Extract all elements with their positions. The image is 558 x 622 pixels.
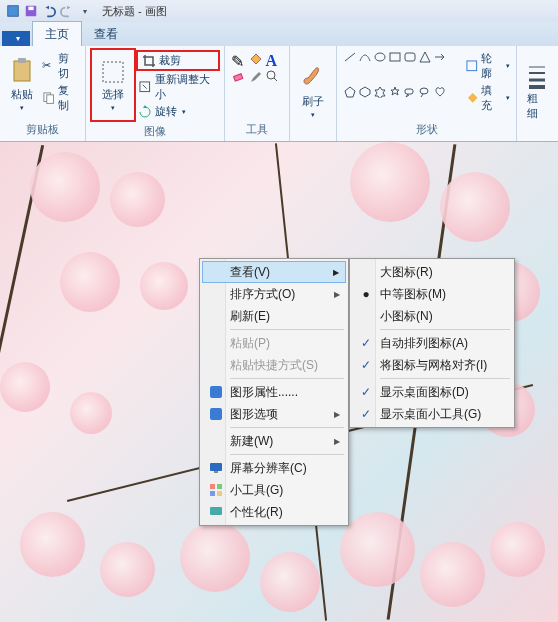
- svg-rect-29: [210, 507, 222, 515]
- shape-outline-button[interactable]: 轮廓▾: [463, 50, 512, 82]
- tools-group-label: 工具: [229, 120, 285, 139]
- svg-rect-13: [405, 53, 415, 61]
- ctx-paste-shortcut: 粘贴快捷方式(S): [202, 354, 346, 376]
- pencil-icon[interactable]: ✎: [231, 52, 245, 66]
- svg-rect-2: [28, 7, 33, 11]
- group-brush: 刷子 ▾: [290, 46, 337, 141]
- ctx-gfx-opts[interactable]: 图形选项: [202, 403, 346, 425]
- ctx-resolution[interactable]: 屏幕分辨率(C): [202, 457, 346, 479]
- crop-icon: [142, 54, 156, 68]
- shapes-group-label: 形状: [341, 120, 511, 139]
- resize-icon: [138, 80, 152, 94]
- svg-rect-7: [103, 62, 123, 82]
- brush-button[interactable]: 刷子 ▾: [294, 48, 332, 135]
- context-menu-desktop: 查看(V) 排序方式(O) 刷新(E) 粘贴(P) 粘贴快捷方式(S) 图形属性…: [199, 258, 349, 526]
- window-title: 无标题 - 画图: [102, 4, 167, 19]
- check-icon: ✓: [358, 406, 374, 422]
- resize-button[interactable]: 重新调整大小: [136, 71, 220, 103]
- ctx-medium-icons[interactable]: ●中等图标(M): [352, 283, 512, 305]
- brush-label: 刷子: [302, 94, 324, 109]
- ctx-new[interactable]: 新建(W): [202, 430, 346, 452]
- svg-rect-24: [214, 471, 218, 473]
- ctx-auto-arrange[interactable]: ✓自动排列图标(A): [352, 332, 512, 354]
- group-clipboard: 粘贴 ▾ ✂剪切 复制 剪贴板: [0, 46, 86, 141]
- ctx-gfx-props[interactable]: 图形属性......: [202, 381, 346, 403]
- svg-rect-6: [47, 95, 54, 104]
- radio-dot-icon: ●: [358, 286, 374, 302]
- svg-rect-27: [210, 491, 215, 496]
- ctx-sort[interactable]: 排序方式(O): [202, 283, 346, 305]
- fill-icon[interactable]: [248, 52, 262, 66]
- check-icon: ✓: [358, 384, 374, 400]
- group-size: 粗细: [517, 46, 558, 141]
- magnifier-icon[interactable]: [265, 69, 279, 83]
- gadgets-icon: [208, 482, 224, 498]
- eraser-icon[interactable]: [231, 69, 245, 83]
- gfx-props-icon: [208, 384, 224, 400]
- ctx-small-icons[interactable]: 小图标(N): [352, 305, 512, 327]
- app-icon: [6, 4, 20, 18]
- personalize-icon: [208, 504, 224, 520]
- gfx-opts-icon: [208, 406, 224, 422]
- fill-bucket-icon: [465, 91, 479, 105]
- paste-label: 粘贴: [11, 87, 33, 102]
- image-group-label: 图像: [90, 122, 220, 141]
- svg-rect-0: [8, 6, 19, 17]
- tab-home[interactable]: 主页: [32, 21, 82, 46]
- svg-point-11: [375, 53, 385, 61]
- shape-fill-button[interactable]: 填充▾: [463, 82, 512, 114]
- svg-point-10: [267, 71, 275, 79]
- check-icon: ✓: [358, 357, 374, 373]
- svg-rect-14: [405, 89, 413, 94]
- ctx-show-gadgets[interactable]: ✓显示桌面小工具(G): [352, 403, 512, 425]
- ctx-align-grid[interactable]: ✓将图标与网格对齐(I): [352, 354, 512, 376]
- ribbon-tabs: 主页 查看: [0, 22, 558, 46]
- save-icon[interactable]: [24, 4, 38, 18]
- paste-button[interactable]: 粘贴 ▾: [4, 48, 40, 120]
- redo-icon[interactable]: [60, 4, 74, 18]
- svg-rect-21: [210, 386, 222, 398]
- ctx-personalize[interactable]: 个性化(R): [202, 501, 346, 523]
- svg-rect-26: [217, 484, 222, 489]
- svg-rect-9: [234, 74, 243, 81]
- group-image: 选择 ▾ 裁剪 重新调整大小 旋转▾ 图像: [86, 46, 225, 141]
- rotate-icon: [138, 105, 152, 119]
- group-shapes: 轮廓▾ 填充▾ 形状: [337, 46, 516, 141]
- ctx-large-icons[interactable]: 大图标(R): [352, 261, 512, 283]
- cut-button[interactable]: ✂剪切: [40, 50, 81, 82]
- text-icon[interactable]: A: [265, 52, 279, 66]
- rotate-button[interactable]: 旋转▾: [136, 103, 220, 120]
- crop-button[interactable]: 裁剪: [136, 50, 220, 71]
- context-submenu-view: 大图标(R) ●中等图标(M) 小图标(N) ✓自动排列图标(A) ✓将图标与网…: [349, 258, 515, 428]
- svg-rect-12: [390, 53, 400, 61]
- svg-rect-16: [467, 61, 477, 71]
- group-tools: ✎ A 工具: [225, 46, 290, 141]
- title-bar: ▾ 无标题 - 画图: [0, 0, 558, 22]
- svg-rect-28: [217, 491, 222, 496]
- ctx-view[interactable]: 查看(V): [202, 261, 346, 283]
- shapes-gallery[interactable]: [341, 48, 462, 120]
- ribbon: 粘贴 ▾ ✂剪切 复制 剪贴板 选择 ▾ 裁剪 重新调整大小 旋转▾ 图像: [0, 46, 558, 142]
- tab-view[interactable]: 查看: [82, 22, 130, 46]
- scissors-icon: ✂: [42, 59, 55, 73]
- qat-dropdown-icon[interactable]: ▾: [78, 4, 92, 18]
- copy-icon: [42, 91, 55, 105]
- color-picker-icon[interactable]: [248, 69, 262, 83]
- clipboard-group-label: 剪贴板: [4, 120, 81, 139]
- svg-rect-23: [210, 463, 222, 471]
- file-tab[interactable]: [2, 31, 30, 46]
- svg-rect-4: [18, 58, 26, 63]
- select-label: 选择: [102, 87, 124, 102]
- copy-button[interactable]: 复制: [40, 82, 81, 114]
- size-button[interactable]: 粗细: [521, 48, 554, 135]
- resolution-icon: [208, 460, 224, 476]
- undo-icon[interactable]: [42, 4, 56, 18]
- ctx-paste: 粘贴(P): [202, 332, 346, 354]
- svg-rect-22: [210, 408, 222, 420]
- svg-rect-3: [14, 61, 30, 81]
- ctx-gadgets[interactable]: 小工具(G): [202, 479, 346, 501]
- ctx-show-desktop-icons[interactable]: ✓显示桌面图标(D): [352, 381, 512, 403]
- select-button[interactable]: 选择 ▾: [90, 48, 136, 122]
- ctx-refresh[interactable]: 刷新(E): [202, 305, 346, 327]
- size-label: 粗细: [527, 91, 548, 121]
